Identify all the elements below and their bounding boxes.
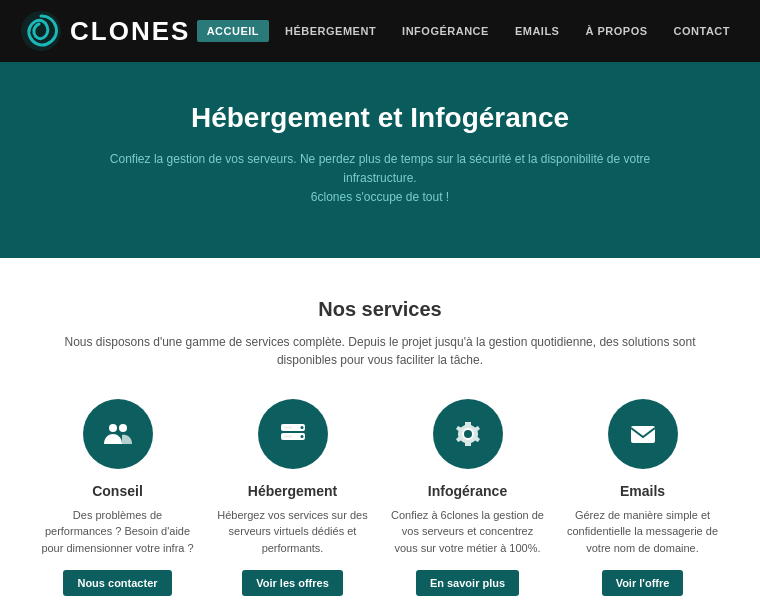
infogerance-title: Infogérance: [428, 483, 507, 499]
logo-area: CLONES: [20, 10, 190, 52]
server-icon: [277, 418, 309, 450]
hero-description: Confiez la gestion de vos serveurs. Ne p…: [80, 150, 680, 208]
nav-item-accueil[interactable]: ACCUEIL: [197, 20, 269, 42]
conseil-button[interactable]: Nous contacter: [63, 570, 171, 596]
nav-item-emails[interactable]: EMAILS: [505, 20, 570, 42]
svg-point-6: [300, 435, 303, 438]
main-nav: ACCUEIL HÉBERGEMENT INFOGÉRANCE EMAILS À…: [197, 20, 740, 42]
users-icon: [102, 418, 134, 450]
logo-text: CLONES: [70, 16, 190, 47]
services-heading: Nos services: [40, 298, 720, 321]
emails-title: Emails: [620, 483, 665, 499]
nav-item-contact[interactable]: CONTACT: [664, 20, 740, 42]
services-section: Nos services Nous disposons d'une gamme …: [0, 258, 760, 600]
gear-icon: [452, 418, 484, 450]
hero-title: Hébergement et Infogérance: [80, 102, 680, 134]
services-grid: Conseil Des problèmes de performances ? …: [40, 399, 720, 597]
service-card-emails: Emails Gérez de manière simple et confid…: [565, 399, 720, 597]
conseil-desc: Des problèmes de performances ? Besoin d…: [40, 507, 195, 557]
conseil-title: Conseil: [92, 483, 143, 499]
service-card-conseil: Conseil Des problèmes de performances ? …: [40, 399, 195, 597]
service-card-infogerance: Infogérance Confiez à 6clones la gestion…: [390, 399, 545, 597]
conseil-icon-circle: [83, 399, 153, 469]
email-icon: [627, 418, 659, 450]
nav-item-hebergement[interactable]: HÉBERGEMENT: [275, 20, 386, 42]
hero-section: Hébergement et Infogérance Confiez la ge…: [0, 62, 760, 258]
svg-point-1: [109, 424, 117, 432]
svg-point-5: [300, 426, 303, 429]
svg-point-2: [119, 424, 127, 432]
svg-rect-8: [284, 435, 292, 437]
svg-rect-7: [284, 426, 292, 428]
header: CLONES ACCUEIL HÉBERGEMENT INFOGÉRANCE E…: [0, 0, 760, 62]
svg-rect-10: [631, 426, 655, 443]
hebergement-desc: Hébergez vos services sur des serveurs v…: [215, 507, 370, 557]
hebergement-title: Hébergement: [248, 483, 337, 499]
emails-button[interactable]: Voir l'offre: [602, 570, 684, 596]
logo-icon: [20, 10, 62, 52]
hebergement-button[interactable]: Voir les offres: [242, 570, 343, 596]
service-card-hebergement: Hébergement Hébergez vos services sur de…: [215, 399, 370, 597]
svg-point-9: [464, 430, 472, 438]
infogerance-icon-circle: [433, 399, 503, 469]
infogerance-button[interactable]: En savoir plus: [416, 570, 519, 596]
infogerance-desc: Confiez à 6clones la gestion de vos serv…: [390, 507, 545, 557]
emails-icon-circle: [608, 399, 678, 469]
nav-item-infogerance[interactable]: INFOGÉRANCE: [392, 20, 499, 42]
nav-item-apropos[interactable]: À PROPOS: [575, 20, 657, 42]
hebergement-icon-circle: [258, 399, 328, 469]
services-description: Nous disposons d'une gamme de services c…: [40, 333, 720, 369]
emails-desc: Gérez de manière simple et confidentiell…: [565, 507, 720, 557]
